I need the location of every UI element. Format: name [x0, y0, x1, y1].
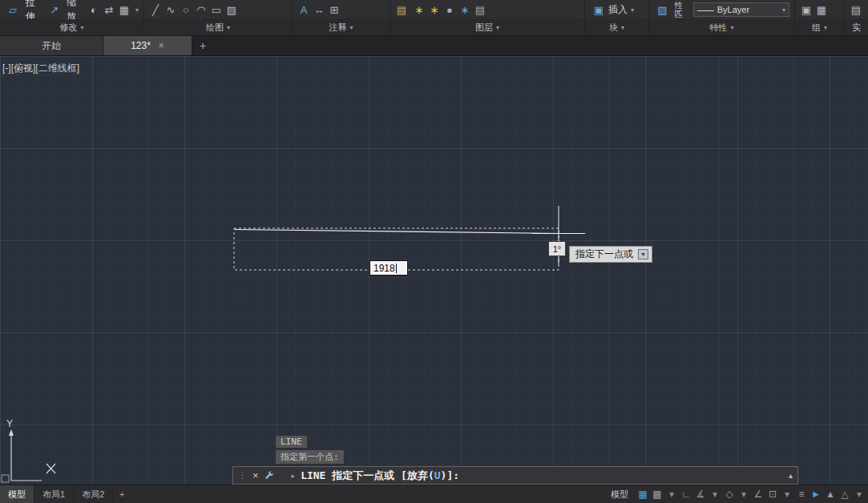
polar-dropdown-icon[interactable]: ▾	[708, 489, 722, 500]
table-icon[interactable]: ⊞	[328, 5, 341, 15]
viewport-controls[interactable]: [-][俯视][二维线框]	[2, 62, 79, 75]
layout-tab-model[interactable]: 模型	[0, 485, 34, 503]
layer-isolate-icon[interactable]: ∗	[428, 5, 441, 15]
mirror-icon[interactable]: ⇄	[103, 5, 115, 15]
ribbon-panel-group: ▣▦ 组 ▾	[795, 0, 845, 35]
selection-cycling-icon[interactable]: ►	[809, 489, 823, 500]
ungroup-icon[interactable]: ▦	[815, 5, 828, 15]
insert-block-button[interactable]: ▣ 插入 ▾	[590, 2, 636, 18]
ribbon-panel-block: ▣ 插入 ▾ 块 ▾	[585, 0, 649, 35]
file-tab-start[interactable]: 开始	[0, 36, 103, 55]
command-history-line: LINE	[276, 436, 307, 448]
panel-label-draw[interactable]: 绘图 ▾	[144, 19, 292, 35]
hatch-icon[interactable]: ▨	[225, 5, 238, 15]
snap-dropdown-icon[interactable]: ▾	[664, 489, 679, 500]
array-icon[interactable]: ▦	[118, 5, 131, 15]
status-bar-spacer	[131, 485, 604, 503]
status-bar: 模型 布局1 布局2 + 模型 ▦▩▾∟∡▾◇▾∠⊡▾≡►▲△▾	[0, 485, 868, 503]
drawing-canvas[interactable]: [-][俯视][二维线框] Y	[0, 56, 868, 485]
circle-icon[interactable]: ○	[180, 5, 192, 15]
stretch-icon: ▱	[7, 5, 18, 15]
match-properties-button[interactable]: ▧ 特性 匹配	[654, 0, 688, 19]
group-icon[interactable]: ▣	[800, 5, 813, 15]
rectangle-icon[interactable]: ▭	[210, 5, 223, 15]
dynamic-length-input[interactable]: 1918	[369, 260, 408, 276]
annotation-scale-dropdown-icon[interactable]: ▾	[852, 489, 866, 500]
undo-option[interactable]: U	[434, 469, 441, 481]
color-bylayer-select[interactable]: —— ByLayer ▾	[693, 2, 789, 17]
stretch-button[interactable]: ▱ 拉伸	[5, 0, 41, 19]
chevron-down-icon: ▾	[80, 24, 83, 31]
polyline-icon[interactable]: ∿	[164, 5, 177, 15]
close-icon[interactable]: ×	[252, 469, 259, 481]
autoscale-icon[interactable]: △	[838, 489, 852, 500]
command-line[interactable]: ⋮ × ▸ LINE 指定下一点或 [放弃(U)]: ▴	[232, 466, 798, 485]
new-drawing-tab-button[interactable]: +	[192, 36, 213, 55]
customize-wrench-icon[interactable]	[264, 470, 275, 481]
measure-icon[interactable]: ▤	[850, 5, 862, 15]
osnap-icon[interactable]: ⊡	[765, 489, 780, 500]
panel-label-modify[interactable]: 修改 ▾	[0, 19, 143, 35]
plus-icon: +	[119, 489, 124, 499]
isodraft-icon[interactable]: ◇	[722, 489, 737, 500]
panel-label-block[interactable]: 块 ▾	[585, 19, 648, 35]
layer-lock-icon[interactable]: ∗	[458, 5, 471, 15]
scale-button[interactable]: ↗ 缩放	[46, 0, 82, 19]
grid-display-icon[interactable]: ▦	[636, 489, 650, 500]
layer-freeze-icon[interactable]: ●	[443, 5, 456, 15]
chevron-down-icon: ▾	[621, 24, 624, 31]
dimension-icon[interactable]: ↔	[313, 5, 325, 15]
down-arrow-key-icon[interactable]: ▾	[638, 249, 648, 260]
otrack-icon[interactable]: ∠	[751, 489, 765, 500]
layout-tab-layout1[interactable]: 布局1	[34, 485, 74, 503]
file-tab-drawing[interactable]: 123* ×	[103, 36, 192, 55]
properties-tools: ▧ 特性 匹配 —— ByLayer ▾	[649, 0, 794, 19]
ribbon-panel-properties: ▧ 特性 匹配 —— ByLayer ▾ 特性 ▾	[649, 0, 795, 35]
command-prompt-text[interactable]: LINE 指定下一点或 [放弃(U)]:	[301, 469, 459, 483]
panel-label-layers[interactable]: 图层 ▾	[390, 19, 584, 35]
dynamic-angle-badge: 1°	[548, 241, 566, 256]
close-icon[interactable]: ×	[159, 40, 164, 51]
chevron-down-icon: ▾	[496, 24, 499, 31]
layer-state-icon[interactable]: ▤	[474, 5, 486, 15]
command-history-prompt: 指定第一个点:	[276, 450, 344, 464]
ribbon-panel-modify: ▱ 拉伸 ↗ 缩放 ◐⇄▦ ▾ 修改 ▾	[0, 0, 144, 35]
history-expand-icon[interactable]: ▴	[789, 471, 793, 480]
osnap-dropdown-icon[interactable]: ▾	[780, 489, 794, 500]
match-properties-label: 特性 匹配	[672, 0, 686, 19]
isodraft-dropdown-icon[interactable]: ▾	[737, 489, 751, 500]
ucs-origin-box	[2, 475, 9, 482]
snap-mode-icon[interactable]: ▩	[650, 489, 664, 500]
ribbon-panel-layers: ▤ ∗∗●∗▤ 图层 ▾	[390, 0, 585, 35]
ortho-mode-icon[interactable]: ∟	[679, 489, 693, 500]
block-tools: ▣ 插入 ▾	[585, 0, 648, 19]
line-icon[interactable]: ╱	[149, 5, 162, 15]
layer-properties-icon[interactable]: ▤	[395, 5, 408, 15]
model-space-toggle[interactable]: 模型	[604, 489, 636, 501]
polar-tracking-icon[interactable]: ∡	[693, 489, 708, 500]
match-properties-icon: ▧	[656, 5, 668, 15]
drawing-overlay: Y	[0, 56, 868, 485]
panel-label-utilities[interactable]: 实	[845, 19, 868, 35]
layer-off-icon[interactable]: ∗	[413, 5, 426, 15]
new-layout-button[interactable]: +	[113, 485, 131, 503]
panel-label-annotate[interactable]: 注释 ▾	[293, 19, 390, 35]
chevron-down-icon: ▾	[782, 6, 785, 14]
utilities-tools: ▤	[845, 0, 868, 19]
drag-grip-icon[interactable]: ⋮	[238, 470, 247, 481]
ucs-x-marker	[46, 464, 55, 473]
rotate-icon[interactable]: ◐	[87, 5, 100, 15]
arc-icon[interactable]: ◠	[195, 5, 208, 15]
modify-more-dropdown-icon[interactable]: ▾	[135, 6, 139, 14]
ribbon-panel-annotate: A↔⊞ 注释 ▾	[293, 0, 390, 35]
insert-block-icon: ▣	[592, 5, 605, 15]
layout-tab-layout2[interactable]: 布局2	[74, 485, 113, 503]
autocad-window: ▱ 拉伸 ↗ 缩放 ◐⇄▦ ▾ 修改 ▾ ╱∿○◠▭▨ 绘图 ▾	[0, 0, 868, 503]
lineweight-icon[interactable]: ≡	[794, 489, 809, 500]
text-icon[interactable]: A	[297, 5, 310, 15]
chevron-down-icon: ▾	[730, 24, 733, 31]
text-cursor	[396, 264, 397, 273]
panel-label-properties[interactable]: 特性 ▾	[649, 19, 794, 35]
panel-label-group[interactable]: 组 ▾	[795, 19, 844, 35]
annotation-visibility-icon[interactable]: ▲	[823, 489, 838, 500]
